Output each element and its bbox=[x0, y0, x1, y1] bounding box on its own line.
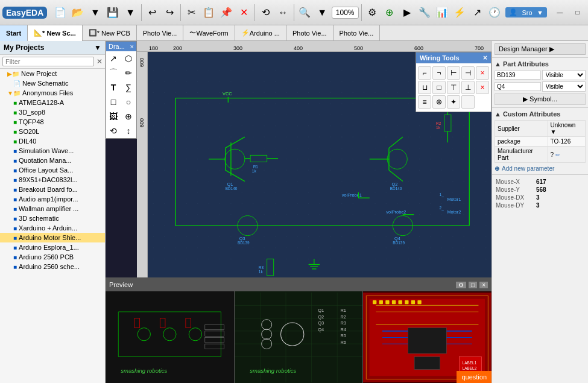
paste-button[interactable]: 📌 bbox=[218, 3, 235, 22]
tab-start[interactable]: Start bbox=[0, 25, 28, 41]
wt-btn-vcc[interactable]: ⊤ bbox=[447, 81, 460, 94]
part-visibility-select[interactable]: Visible Hidden bbox=[542, 70, 586, 80]
canvas-area[interactable]: Dra... × ↗ ⬡ ⌒ ✏ T ∑ □ ○ 🖼 ⊕ ⟲ ↕ 180 200 bbox=[106, 41, 492, 383]
zoom-in-button[interactable]: 🔍 bbox=[297, 3, 313, 22]
tree-item-office[interactable]: ■ Office Layout Sa... bbox=[0, 165, 105, 175]
wt-btn-netlabel[interactable]: ⊥ bbox=[461, 81, 475, 94]
netlist-button[interactable]: 📊 bbox=[434, 3, 450, 22]
tab-arduino[interactable]: ⚡ Arduino ... bbox=[235, 25, 286, 41]
tree-item-89x51[interactable]: ■ 89X51+DAC0832l... bbox=[0, 175, 105, 185]
wt-btn-delete1[interactable]: × bbox=[476, 66, 489, 80]
draw-panel-header[interactable]: Dra... × bbox=[106, 42, 136, 51]
filter-input[interactable] bbox=[2, 57, 94, 66]
tab-photo3[interactable]: Photo Vie... bbox=[334, 25, 381, 41]
draw-more-btn[interactable]: ↕ bbox=[121, 124, 136, 138]
mirror-button[interactable]: ↔ bbox=[275, 3, 291, 22]
open-dropdown[interactable]: ▼ bbox=[87, 3, 103, 22]
rotate-button[interactable]: ⟲ bbox=[258, 3, 274, 22]
tree-item-new-project[interactable]: ▶📁 New Project bbox=[0, 69, 105, 78]
design-manager-btn[interactable]: Design Manager ▶ bbox=[495, 43, 586, 55]
symbol-btn[interactable]: ▶ Symbol... bbox=[495, 93, 586, 105]
supplier-dropdown[interactable]: ▼ bbox=[551, 128, 557, 135]
tree-item-audio[interactable]: ■ Audio amp1(impor... bbox=[0, 194, 105, 204]
settings-button[interactable]: ⚙ bbox=[364, 3, 380, 22]
wt-btn-wire[interactable]: ⌐ bbox=[418, 66, 431, 80]
tree-item-xarduino[interactable]: ■ Xarduino + Arduin... bbox=[0, 223, 105, 233]
share-button[interactable]: ↗ bbox=[469, 3, 485, 22]
draw-panel-close[interactable]: × bbox=[130, 43, 134, 50]
delete-button[interactable]: ✕ bbox=[236, 3, 252, 22]
tree-item-arduino-sche[interactable]: ■ Arduino 2560 sche... bbox=[0, 262, 105, 271]
window-minimize[interactable]: — bbox=[552, 3, 568, 22]
preview-thumb-2[interactable]: Q1 Q2 Q3 Q4 R1 R2 R3 R4 R5 R6 smashing r… bbox=[235, 291, 364, 383]
tab-photo1[interactable]: Photo Vie... bbox=[137, 25, 184, 41]
window-restore[interactable]: □ bbox=[569, 3, 586, 22]
component-button[interactable]: ⊕ bbox=[381, 3, 397, 22]
tab-photo2[interactable]: Photo Vie... bbox=[286, 25, 334, 41]
history-button[interactable]: 🕐 bbox=[487, 3, 503, 22]
pcb-button[interactable]: 🔧 bbox=[417, 3, 433, 22]
tree-item-3dschematic[interactable]: ■ 3D schematic bbox=[0, 214, 105, 223]
tab-waveform[interactable]: 〜 WaveForm bbox=[183, 25, 235, 41]
draw-rotate-btn[interactable]: ⟲ bbox=[106, 124, 121, 138]
wt-btn-component2[interactable]: ⊕ bbox=[432, 95, 446, 109]
tree-item-simulation[interactable]: ■ Simulation Wave... bbox=[0, 146, 105, 156]
tree-item-arduino-esplora[interactable]: ■ Arduino Esplora_1... bbox=[0, 242, 105, 252]
app-logo[interactable]: EasyEDA bbox=[2, 7, 47, 19]
redo-button[interactable]: ↪ bbox=[162, 3, 178, 22]
user-button[interactable]: 👤 Sro ▼ bbox=[505, 7, 547, 17]
simulate-button[interactable]: ▶ bbox=[399, 3, 416, 22]
wt-btn-junction[interactable]: ⊢ bbox=[447, 66, 460, 80]
tree-item-anonymous[interactable]: ▼📁 Anonymous Files bbox=[0, 88, 105, 98]
zoom-in-dropdown[interactable]: ▼ bbox=[314, 3, 330, 22]
preview-close-btn[interactable]: × bbox=[479, 282, 488, 288]
draw-rect-btn[interactable]: □ bbox=[106, 95, 121, 109]
preview-thumb-3[interactable]: LABEL1 LABEL2 bbox=[363, 291, 492, 383]
wt-btn-bus[interactable]: ¬ bbox=[432, 66, 446, 80]
tree-item-ardiuno-pcb[interactable]: ■ Ardiuno 2560 PCB bbox=[0, 252, 105, 262]
sidebar-dropdown-icon[interactable]: ▼ bbox=[94, 43, 101, 52]
filter-close-icon[interactable]: ✕ bbox=[96, 57, 103, 66]
wt-btn-power[interactable]: ⊔ bbox=[418, 81, 431, 94]
draw-bus-btn[interactable]: ⬡ bbox=[121, 51, 136, 66]
mfr-part-edit-icon[interactable]: ✏ bbox=[555, 152, 560, 158]
tree-item-3dsop8[interactable]: ■ 3D_sop8 bbox=[0, 107, 105, 117]
draw-netport-btn[interactable]: ⊕ bbox=[121, 109, 136, 124]
open-button[interactable]: 📂 bbox=[69, 3, 86, 22]
tree-item-quotation[interactable]: ■ Quotation Mana... bbox=[0, 156, 105, 165]
wt-btn-bus-entry[interactable]: ≡ bbox=[418, 95, 431, 109]
wt-btn-delete2[interactable]: × bbox=[476, 81, 489, 94]
wt-btn-gnd[interactable]: □ bbox=[432, 81, 446, 94]
new-button[interactable]: 📄 bbox=[52, 3, 68, 22]
tree-item-arduino-motor[interactable]: ■ Arduino Motor Shie... bbox=[0, 233, 105, 242]
tree-item-atmega[interactable]: ■ ATMEGA128-A bbox=[0, 98, 105, 107]
copy-button[interactable]: 📋 bbox=[201, 3, 217, 22]
tree-item-so20l[interactable]: ■ SO20L bbox=[0, 127, 105, 136]
part-value-visibility-select[interactable]: Visible Hidden bbox=[542, 81, 586, 92]
add-param-btn[interactable]: ⊕ Add new parameter bbox=[495, 165, 586, 172]
save-button[interactable]: 💾 bbox=[105, 3, 121, 22]
wiring-tools-close[interactable]: × bbox=[483, 54, 487, 62]
preview-settings-btn[interactable]: ⚙ bbox=[456, 282, 466, 288]
save-dropdown[interactable]: ▼ bbox=[122, 3, 139, 22]
draw-arc-btn[interactable]: ⌒ bbox=[106, 66, 121, 80]
preview-expand-btn[interactable]: □ bbox=[469, 282, 477, 288]
tab-new-schematic[interactable]: 📐 * New Sc... bbox=[28, 25, 83, 41]
tab-new-pcb[interactable]: 🔲 * New PCB bbox=[83, 25, 137, 41]
tree-item-breakout[interactable]: ■ Breakout Board fo... bbox=[0, 185, 105, 194]
wt-btn-probe[interactable]: ✦ bbox=[447, 95, 460, 109]
cut-button[interactable]: ✂ bbox=[183, 3, 200, 22]
draw-image-btn[interactable]: 🖼 bbox=[106, 109, 121, 124]
tree-item-new-schematic[interactable]: 📄 New Schematic bbox=[0, 78, 105, 88]
draw-wire-btn[interactable]: ↗ bbox=[106, 51, 121, 66]
wt-btn-extra[interactable] bbox=[461, 95, 475, 109]
tree-item-wallman[interactable]: ■ Wallman amplifier ... bbox=[0, 204, 105, 214]
question-button[interactable]: question bbox=[457, 371, 492, 383]
undo-button[interactable]: ↩ bbox=[144, 3, 160, 22]
wt-btn-noconn[interactable]: ⊣ bbox=[461, 66, 475, 80]
draw-pencil-btn[interactable]: ✏ bbox=[121, 66, 136, 80]
tree-item-dil40[interactable]: ■ DIL40 bbox=[0, 136, 105, 146]
draw-ellipse-btn[interactable]: ○ bbox=[121, 95, 136, 109]
preview-thumb-1[interactable]: smashing robotics bbox=[106, 291, 235, 383]
tree-item-tqfp48[interactable]: ■ TQFP48 bbox=[0, 117, 105, 127]
